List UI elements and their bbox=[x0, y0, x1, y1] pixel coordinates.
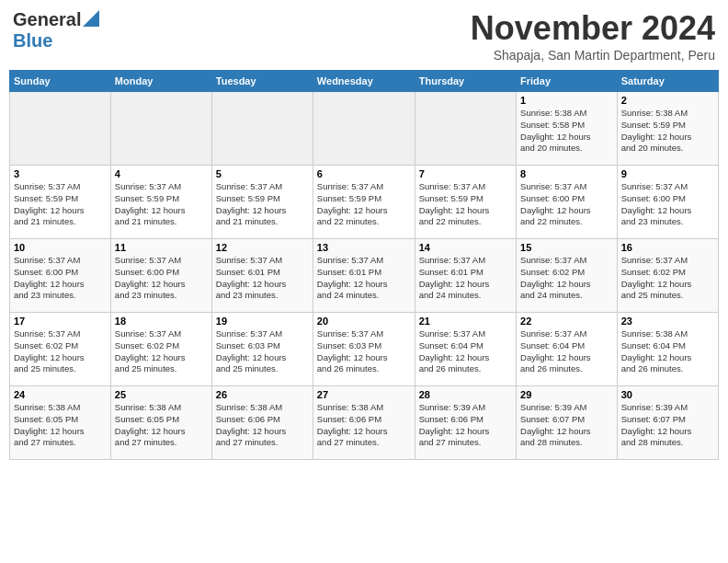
day-detail: Sunrise: 5:37 AMSunset: 5:59 PMDaylight:… bbox=[14, 181, 107, 228]
day-detail: Sunrise: 5:38 AMSunset: 6:06 PMDaylight:… bbox=[216, 402, 309, 449]
logo-arrow-icon bbox=[83, 10, 99, 30]
day-detail: Sunrise: 5:38 AMSunset: 6:05 PMDaylight:… bbox=[115, 402, 208, 449]
day-detail: Sunrise: 5:37 AMSunset: 6:01 PMDaylight:… bbox=[419, 255, 512, 302]
calendar-cell bbox=[10, 92, 111, 166]
day-number: 10 bbox=[14, 242, 107, 253]
day-detail: Sunrise: 5:37 AMSunset: 6:03 PMDaylight:… bbox=[317, 328, 411, 375]
calendar-cell: 28Sunrise: 5:39 AMSunset: 6:06 PMDayligh… bbox=[415, 386, 516, 460]
day-number: 23 bbox=[621, 316, 714, 327]
calendar-cell: 7Sunrise: 5:37 AMSunset: 5:59 PMDaylight… bbox=[415, 166, 516, 239]
day-number: 14 bbox=[419, 242, 512, 253]
calendar-cell: 9Sunrise: 5:37 AMSunset: 6:00 PMDaylight… bbox=[617, 166, 718, 239]
day-detail: Sunrise: 5:37 AMSunset: 6:03 PMDaylight:… bbox=[216, 328, 309, 375]
day-detail: Sunrise: 5:37 AMSunset: 6:02 PMDaylight:… bbox=[621, 255, 714, 302]
day-detail: Sunrise: 5:37 AMSunset: 6:04 PMDaylight:… bbox=[520, 328, 613, 375]
day-number: 30 bbox=[621, 389, 714, 400]
day-of-week-header: Tuesday bbox=[211, 71, 313, 92]
day-number: 27 bbox=[317, 389, 411, 400]
day-detail: Sunrise: 5:37 AMSunset: 6:00 PMDaylight:… bbox=[621, 181, 714, 228]
day-detail: Sunrise: 5:38 AMSunset: 6:06 PMDaylight:… bbox=[317, 402, 411, 449]
calendar-cell: 12Sunrise: 5:37 AMSunset: 6:01 PMDayligh… bbox=[211, 239, 313, 313]
day-detail: Sunrise: 5:37 AMSunset: 6:00 PMDaylight:… bbox=[115, 255, 208, 302]
calendar-cell: 5Sunrise: 5:37 AMSunset: 5:59 PMDaylight… bbox=[211, 166, 313, 239]
calendar-cell bbox=[415, 92, 516, 166]
day-number: 2 bbox=[621, 95, 714, 106]
month-title: November 2024 bbox=[471, 9, 715, 48]
day-number: 22 bbox=[520, 316, 613, 327]
calendar-cell: 3Sunrise: 5:37 AMSunset: 5:59 PMDaylight… bbox=[10, 166, 111, 239]
calendar-cell: 27Sunrise: 5:38 AMSunset: 6:06 PMDayligh… bbox=[313, 386, 415, 460]
calendar-cell: 4Sunrise: 5:37 AMSunset: 5:59 PMDaylight… bbox=[110, 166, 211, 239]
day-number: 21 bbox=[419, 316, 512, 327]
day-detail: Sunrise: 5:37 AMSunset: 5:59 PMDaylight:… bbox=[216, 181, 309, 228]
logo: General Blue bbox=[13, 9, 99, 52]
calendar-cell: 15Sunrise: 5:37 AMSunset: 6:02 PMDayligh… bbox=[517, 239, 618, 313]
day-detail: Sunrise: 5:39 AMSunset: 6:06 PMDaylight:… bbox=[419, 402, 512, 449]
calendar-cell: 20Sunrise: 5:37 AMSunset: 6:03 PMDayligh… bbox=[313, 313, 415, 386]
day-number: 11 bbox=[115, 242, 208, 253]
day-number: 1 bbox=[520, 95, 613, 106]
day-detail: Sunrise: 5:37 AMSunset: 5:59 PMDaylight:… bbox=[317, 181, 411, 228]
calendar-cell: 6Sunrise: 5:37 AMSunset: 5:59 PMDaylight… bbox=[313, 166, 415, 239]
day-number: 7 bbox=[419, 168, 512, 179]
day-detail: Sunrise: 5:37 AMSunset: 5:59 PMDaylight:… bbox=[419, 181, 512, 228]
day-of-week-header: Saturday bbox=[617, 71, 718, 92]
day-number: 5 bbox=[216, 168, 309, 179]
calendar-cell: 8Sunrise: 5:37 AMSunset: 6:00 PMDaylight… bbox=[517, 166, 618, 239]
calendar-cell: 23Sunrise: 5:38 AMSunset: 6:04 PMDayligh… bbox=[617, 313, 718, 386]
calendar-cell: 18Sunrise: 5:37 AMSunset: 6:02 PMDayligh… bbox=[110, 313, 211, 386]
calendar-cell: 14Sunrise: 5:37 AMSunset: 6:01 PMDayligh… bbox=[415, 239, 516, 313]
calendar-body: 1Sunrise: 5:38 AMSunset: 5:58 PMDaylight… bbox=[10, 92, 719, 460]
day-of-week-header: Wednesday bbox=[313, 71, 415, 92]
calendar-cell: 10Sunrise: 5:37 AMSunset: 6:00 PMDayligh… bbox=[10, 239, 111, 313]
day-of-week-header: Thursday bbox=[415, 71, 516, 92]
day-detail: Sunrise: 5:38 AMSunset: 6:05 PMDaylight:… bbox=[14, 402, 107, 449]
day-detail: Sunrise: 5:38 AMSunset: 5:59 PMDaylight:… bbox=[621, 108, 714, 155]
logo-blue-text: Blue bbox=[13, 30, 52, 52]
calendar-cell: 11Sunrise: 5:37 AMSunset: 6:00 PMDayligh… bbox=[110, 239, 211, 313]
calendar-cell: 2Sunrise: 5:38 AMSunset: 5:59 PMDaylight… bbox=[617, 92, 718, 166]
calendar-week-row: 1Sunrise: 5:38 AMSunset: 5:58 PMDaylight… bbox=[10, 92, 719, 166]
days-of-week-row: SundayMondayTuesdayWednesdayThursdayFrid… bbox=[10, 71, 719, 92]
day-number: 18 bbox=[115, 316, 208, 327]
calendar-cell: 22Sunrise: 5:37 AMSunset: 6:04 PMDayligh… bbox=[517, 313, 618, 386]
calendar-cell: 17Sunrise: 5:37 AMSunset: 6:02 PMDayligh… bbox=[10, 313, 111, 386]
title-area: November 2024 Shapaja, San Martin Depart… bbox=[471, 9, 715, 63]
day-detail: Sunrise: 5:39 AMSunset: 6:07 PMDaylight:… bbox=[621, 402, 714, 449]
svg-marker-0 bbox=[83, 10, 99, 27]
calendar-week-row: 10Sunrise: 5:37 AMSunset: 6:00 PMDayligh… bbox=[10, 239, 719, 313]
calendar-cell: 13Sunrise: 5:37 AMSunset: 6:01 PMDayligh… bbox=[313, 239, 415, 313]
day-number: 19 bbox=[216, 316, 309, 327]
day-number: 4 bbox=[115, 168, 208, 179]
day-detail: Sunrise: 5:37 AMSunset: 6:04 PMDaylight:… bbox=[419, 328, 512, 375]
day-number: 26 bbox=[216, 389, 309, 400]
day-of-week-header: Friday bbox=[517, 71, 618, 92]
calendar-cell: 29Sunrise: 5:39 AMSunset: 6:07 PMDayligh… bbox=[517, 386, 618, 460]
calendar-table: SundayMondayTuesdayWednesdayThursdayFrid… bbox=[9, 70, 719, 460]
page-header: General Blue November 2024 Shapaja, San … bbox=[9, 9, 719, 63]
day-detail: Sunrise: 5:37 AMSunset: 6:02 PMDaylight:… bbox=[14, 328, 107, 375]
location-subtitle: Shapaja, San Martin Department, Peru bbox=[471, 48, 715, 63]
day-number: 8 bbox=[520, 168, 613, 179]
day-detail: Sunrise: 5:37 AMSunset: 5:59 PMDaylight:… bbox=[115, 181, 208, 228]
day-detail: Sunrise: 5:37 AMSunset: 6:01 PMDaylight:… bbox=[216, 255, 309, 302]
day-detail: Sunrise: 5:37 AMSunset: 6:01 PMDaylight:… bbox=[317, 255, 411, 302]
calendar-cell: 24Sunrise: 5:38 AMSunset: 6:05 PMDayligh… bbox=[10, 386, 111, 460]
day-detail: Sunrise: 5:39 AMSunset: 6:07 PMDaylight:… bbox=[520, 402, 613, 449]
day-number: 12 bbox=[216, 242, 309, 253]
day-number: 28 bbox=[419, 389, 512, 400]
day-number: 17 bbox=[14, 316, 107, 327]
calendar-cell: 21Sunrise: 5:37 AMSunset: 6:04 PMDayligh… bbox=[415, 313, 516, 386]
calendar-cell: 25Sunrise: 5:38 AMSunset: 6:05 PMDayligh… bbox=[110, 386, 211, 460]
calendar-week-row: 24Sunrise: 5:38 AMSunset: 6:05 PMDayligh… bbox=[10, 386, 719, 460]
calendar-cell: 16Sunrise: 5:37 AMSunset: 6:02 PMDayligh… bbox=[617, 239, 718, 313]
calendar-cell: 1Sunrise: 5:38 AMSunset: 5:58 PMDaylight… bbox=[517, 92, 618, 166]
day-number: 6 bbox=[317, 168, 411, 179]
day-number: 25 bbox=[115, 389, 208, 400]
day-number: 9 bbox=[621, 168, 714, 179]
day-number: 3 bbox=[14, 168, 107, 179]
day-detail: Sunrise: 5:37 AMSunset: 6:00 PMDaylight:… bbox=[520, 181, 613, 228]
logo-general-text: General bbox=[13, 9, 81, 30]
day-number: 15 bbox=[520, 242, 613, 253]
day-detail: Sunrise: 5:37 AMSunset: 6:02 PMDaylight:… bbox=[115, 328, 208, 375]
